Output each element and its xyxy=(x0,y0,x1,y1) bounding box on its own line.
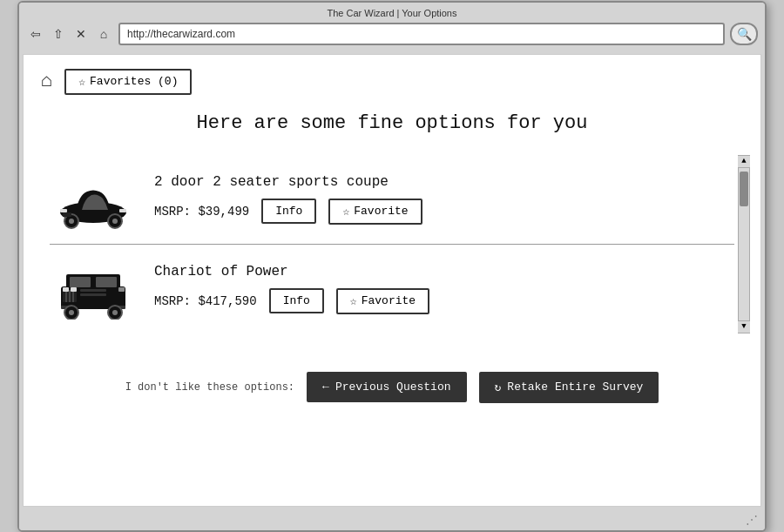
svg-rect-11 xyxy=(96,277,117,287)
car-price-row-1: MSRP: $39,499 Info ☆ Favorite xyxy=(154,199,734,225)
prev-question-label: Previous Question xyxy=(335,380,451,394)
page-footer: I don't like these options: ← Previous Q… xyxy=(41,360,743,403)
refresh-icon: ↻ xyxy=(495,380,502,394)
scrollbar-track: ▲ ▼ xyxy=(738,155,750,333)
svg-point-4 xyxy=(69,219,74,224)
browser-toolbar: ⇦ ⇧ ✕ ⌂ 🔍 xyxy=(26,23,758,45)
address-bar[interactable] xyxy=(118,23,725,45)
svg-rect-2 xyxy=(119,209,126,212)
star-icon: ☆ xyxy=(78,75,85,89)
scroll-thumb[interactable] xyxy=(740,172,748,206)
star-icon-1: ☆ xyxy=(342,205,349,219)
car-details-1: 2 door 2 seater sports coupe MSRP: $39,4… xyxy=(154,174,734,225)
resize-handle[interactable]: ⋰ xyxy=(746,513,758,528)
car-price-1: MSRP: $39,499 xyxy=(154,205,249,219)
car-item-2: Chariot of Power MSRP: $417,590 Info ☆ F… xyxy=(50,244,734,333)
info-button-2[interactable]: Info xyxy=(269,288,324,313)
car-name-2: Chariot of Power xyxy=(154,264,734,279)
info-button-1[interactable]: Info xyxy=(261,199,316,224)
info-label-2: Info xyxy=(283,294,310,307)
cars-container: 2 door 2 seater sports coupe MSRP: $39,4… xyxy=(50,155,734,333)
svg-point-22 xyxy=(69,310,74,315)
car-price-row-2: MSRP: $417,590 Info ☆ Favorite xyxy=(154,288,734,314)
browser-window: The Car Wizard | Your Options ⇦ ⇧ ✕ ⌂ 🔍 … xyxy=(17,1,767,532)
browser-bottom: ⋰ xyxy=(19,510,765,530)
favorites-button[interactable]: ☆ Favorites (0) xyxy=(64,69,192,95)
favorite-label-2: Favorite xyxy=(362,294,416,307)
nav-buttons: ⇦ ⇧ ✕ ⌂ xyxy=(26,24,113,44)
page-heading: Here are some fine options for you xyxy=(41,112,743,134)
car-image-2 xyxy=(50,259,137,320)
info-label-1: Info xyxy=(275,205,302,218)
retake-label: Retake Entire Survey xyxy=(507,380,643,394)
car-name-1: 2 door 2 seater sports coupe xyxy=(154,174,734,190)
svg-rect-26 xyxy=(80,293,106,296)
car-image-1 xyxy=(50,169,137,230)
favorite-button-2[interactable]: ☆ Favorite xyxy=(336,288,429,314)
page-header: ⌂ ☆ Favorites (0) xyxy=(41,69,743,95)
back-button[interactable]: ⇦ xyxy=(26,24,45,44)
star-icon-2: ☆ xyxy=(350,294,357,308)
car-item-1: 2 door 2 seater sports coupe MSRP: $39,4… xyxy=(50,155,734,244)
browser-title: The Car Wizard | Your Options xyxy=(26,8,758,18)
svg-point-24 xyxy=(112,310,118,315)
scroll-up-arrow[interactable]: ▲ xyxy=(738,156,750,168)
retake-survey-button[interactable]: ↻ Retake Entire Survey xyxy=(479,372,659,403)
svg-rect-1 xyxy=(60,209,67,212)
stop-button[interactable]: ✕ xyxy=(71,24,91,44)
scroll-down-arrow[interactable]: ▼ xyxy=(738,320,750,333)
car-svg-sports-coupe xyxy=(54,169,132,230)
prev-question-button[interactable]: ← Previous Question xyxy=(307,372,466,402)
browser-chrome: The Car Wizard | Your Options ⇦ ⇧ ✕ ⌂ 🔍 xyxy=(19,3,765,51)
forward-button[interactable]: ⇧ xyxy=(49,24,68,44)
page-content: ⌂ ☆ Favorites (0) Here are some fine opt… xyxy=(23,54,761,507)
favorite-label-1: Favorite xyxy=(354,205,408,218)
car-svg-jeep xyxy=(54,259,132,320)
svg-point-6 xyxy=(112,219,118,224)
svg-rect-25 xyxy=(80,289,106,292)
svg-rect-7 xyxy=(63,212,71,217)
home-button[interactable]: ⌂ xyxy=(94,24,113,44)
car-price-2: MSRP: $417,590 xyxy=(154,294,257,308)
favorite-button-1[interactable]: ☆ Favorite xyxy=(328,199,422,225)
back-arrow-icon: ← xyxy=(322,380,329,394)
car-details-2: Chariot of Power MSRP: $417,590 Info ☆ F… xyxy=(154,264,734,314)
svg-rect-18 xyxy=(118,287,125,292)
svg-rect-17 xyxy=(71,287,77,292)
footer-label: I don't like these options: xyxy=(125,381,294,394)
svg-rect-10 xyxy=(70,277,91,287)
home-icon[interactable]: ⌂ xyxy=(41,71,52,92)
favorites-label: Favorites (0) xyxy=(90,75,178,88)
svg-rect-16 xyxy=(63,287,69,292)
search-button[interactable]: 🔍 xyxy=(730,23,758,45)
